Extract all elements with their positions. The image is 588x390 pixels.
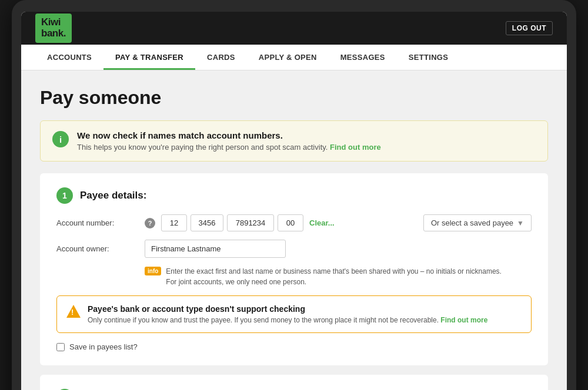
nav-bar: ACCOUNTS PAY & TRANSFER CARDS APPLY & OP… bbox=[21, 45, 567, 70]
select-saved-payee-dropdown[interactable]: Or select a saved payee ▼ bbox=[423, 214, 532, 231]
main-content: Pay someone i We now check if names matc… bbox=[21, 70, 567, 390]
acct-input-suffix[interactable] bbox=[278, 214, 303, 231]
info-banner-text: We now check if names match account numb… bbox=[77, 130, 381, 152]
warning-body: Only continue if you know and trust the … bbox=[88, 316, 487, 324]
info-circle-icon: i bbox=[52, 131, 69, 147]
save-payee-row: Save in payees list? bbox=[56, 342, 532, 351]
nav-item-accounts[interactable]: ACCOUNTS bbox=[35, 45, 103, 70]
account-owner-row: Account owner: bbox=[56, 240, 532, 258]
save-payee-checkbox[interactable] bbox=[56, 343, 65, 351]
top-bar: Kiwi bank. LOG OUT bbox=[21, 12, 567, 45]
account-owner-input[interactable] bbox=[145, 240, 286, 258]
step-badge-1: 1 bbox=[56, 187, 73, 204]
logo-line1: Kiwi bbox=[41, 17, 66, 28]
clear-link[interactable]: Clear... bbox=[309, 218, 335, 227]
info-banner-link[interactable]: Find out more bbox=[330, 143, 381, 152]
account-owner-label: Account owner: bbox=[56, 244, 139, 253]
info-tag: info bbox=[145, 267, 161, 275]
page-title: Pay someone bbox=[40, 87, 548, 109]
warning-box: Payee's bank or account type doesn't sup… bbox=[56, 295, 532, 333]
payee-section-header: 1 Payee details: bbox=[56, 187, 532, 204]
payee-section-title: Payee details: bbox=[80, 190, 146, 201]
warning-heading: Payee's bank or account type doesn't sup… bbox=[88, 304, 487, 314]
chevron-down-icon: ▼ bbox=[517, 219, 524, 227]
account-inputs: Clear... bbox=[161, 214, 417, 231]
payee-section: 1 Payee details: Account number: ? Clear… bbox=[40, 173, 548, 365]
nav-item-apply-open[interactable]: APPLY & OPEN bbox=[247, 45, 329, 70]
tablet-frame: Kiwi bank. LOG OUT ACCOUNTS PAY & TRANSF… bbox=[12, 0, 576, 390]
acct-input-branch[interactable] bbox=[191, 214, 223, 231]
info-banner-body: This helps you know you're paying the ri… bbox=[77, 143, 381, 152]
warning-text: Payee's bank or account type doesn't sup… bbox=[88, 304, 487, 324]
acct-input-account[interactable] bbox=[227, 214, 274, 231]
logo: Kiwi bank. bbox=[35, 14, 72, 42]
screen: Kiwi bank. LOG OUT ACCOUNTS PAY & TRANSF… bbox=[21, 12, 567, 390]
warning-triangle-icon bbox=[66, 305, 81, 319]
info-note-text: Enter the exact first and last name or b… bbox=[166, 266, 502, 287]
payment-section: 2 Payment details: Pay from account: Ple… bbox=[40, 375, 548, 390]
warning-link[interactable]: Find out more bbox=[440, 316, 487, 324]
save-payee-label: Save in payees list? bbox=[69, 342, 138, 351]
info-note: info Enter the exact first and last name… bbox=[145, 266, 532, 287]
info-banner: i We now check if names match account nu… bbox=[40, 120, 548, 162]
account-number-row: Account number: ? Clear... Or select a s… bbox=[56, 214, 532, 231]
help-icon[interactable]: ? bbox=[145, 218, 155, 228]
nav-item-cards[interactable]: CARDS bbox=[195, 45, 247, 70]
logo-line2: bank. bbox=[41, 28, 66, 39]
info-banner-heading: We now check if names match account numb… bbox=[77, 130, 381, 140]
nav-item-pay-transfer[interactable]: PAY & TRANSFER bbox=[103, 45, 195, 70]
logout-button[interactable]: LOG OUT bbox=[506, 21, 553, 35]
acct-input-bank[interactable] bbox=[161, 214, 187, 231]
nav-item-settings[interactable]: SETTINGS bbox=[397, 45, 460, 70]
nav-item-messages[interactable]: MESSAGES bbox=[329, 45, 397, 70]
account-number-label: Account number: bbox=[56, 218, 139, 227]
